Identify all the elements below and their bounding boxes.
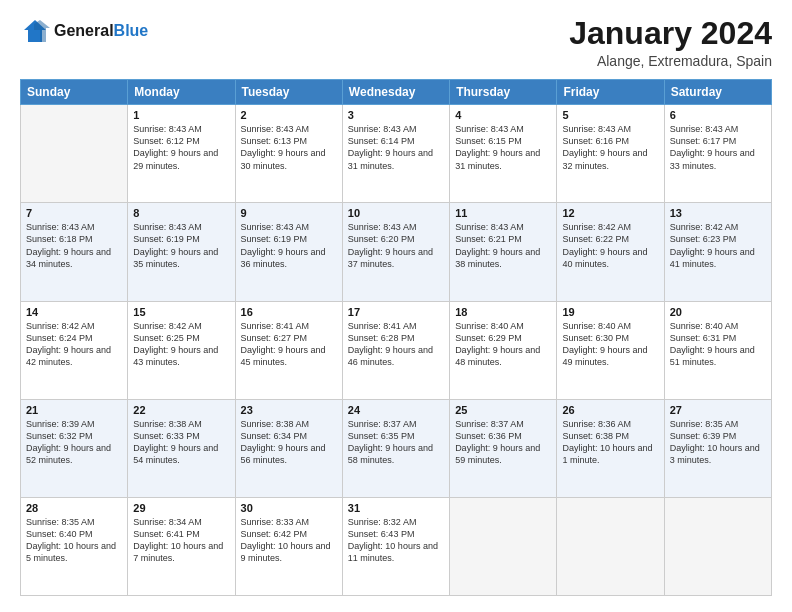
day-cell: 23 Sunrise: 8:38 AM Sunset: 6:34 PM Dayl…	[235, 399, 342, 497]
header-monday: Monday	[128, 80, 235, 105]
calendar-subtitle: Alange, Extremadura, Spain	[569, 53, 772, 69]
day-cell: 1 Sunrise: 8:43 AM Sunset: 6:12 PM Dayli…	[128, 105, 235, 203]
day-cell: 28 Sunrise: 8:35 AM Sunset: 6:40 PM Dayl…	[21, 497, 128, 595]
day-number: 16	[241, 306, 337, 318]
day-number: 1	[133, 109, 229, 121]
day-cell	[450, 497, 557, 595]
day-info: Sunrise: 8:42 AM Sunset: 6:22 PM Dayligh…	[562, 221, 658, 270]
calendar-body: 1 Sunrise: 8:43 AM Sunset: 6:12 PM Dayli…	[21, 105, 772, 596]
day-cell: 18 Sunrise: 8:40 AM Sunset: 6:29 PM Dayl…	[450, 301, 557, 399]
logo-text: GeneralBlue	[54, 22, 148, 40]
day-cell: 21 Sunrise: 8:39 AM Sunset: 6:32 PM Dayl…	[21, 399, 128, 497]
day-number: 26	[562, 404, 658, 416]
header-friday: Friday	[557, 80, 664, 105]
day-number: 29	[133, 502, 229, 514]
calendar-table: Sunday Monday Tuesday Wednesday Thursday…	[20, 79, 772, 596]
day-cell: 12 Sunrise: 8:42 AM Sunset: 6:22 PM Dayl…	[557, 203, 664, 301]
day-number: 21	[26, 404, 122, 416]
day-number: 4	[455, 109, 551, 121]
day-info: Sunrise: 8:43 AM Sunset: 6:17 PM Dayligh…	[670, 123, 766, 172]
day-cell	[557, 497, 664, 595]
day-cell: 11 Sunrise: 8:43 AM Sunset: 6:21 PM Dayl…	[450, 203, 557, 301]
day-info: Sunrise: 8:43 AM Sunset: 6:14 PM Dayligh…	[348, 123, 444, 172]
day-cell: 4 Sunrise: 8:43 AM Sunset: 6:15 PM Dayli…	[450, 105, 557, 203]
day-cell: 22 Sunrise: 8:38 AM Sunset: 6:33 PM Dayl…	[128, 399, 235, 497]
logo-icon	[20, 16, 50, 46]
week-row-3: 14 Sunrise: 8:42 AM Sunset: 6:24 PM Dayl…	[21, 301, 772, 399]
day-info: Sunrise: 8:35 AM Sunset: 6:39 PM Dayligh…	[670, 418, 766, 467]
day-info: Sunrise: 8:37 AM Sunset: 6:35 PM Dayligh…	[348, 418, 444, 467]
day-number: 19	[562, 306, 658, 318]
day-number: 5	[562, 109, 658, 121]
day-info: Sunrise: 8:43 AM Sunset: 6:20 PM Dayligh…	[348, 221, 444, 270]
header-wednesday: Wednesday	[342, 80, 449, 105]
header: GeneralBlue January 2024 Alange, Extrema…	[20, 16, 772, 69]
day-info: Sunrise: 8:39 AM Sunset: 6:32 PM Dayligh…	[26, 418, 122, 467]
day-number: 7	[26, 207, 122, 219]
day-info: Sunrise: 8:34 AM Sunset: 6:41 PM Dayligh…	[133, 516, 229, 565]
header-tuesday: Tuesday	[235, 80, 342, 105]
day-number: 24	[348, 404, 444, 416]
day-number: 23	[241, 404, 337, 416]
day-number: 22	[133, 404, 229, 416]
day-info: Sunrise: 8:42 AM Sunset: 6:25 PM Dayligh…	[133, 320, 229, 369]
page: GeneralBlue January 2024 Alange, Extrema…	[0, 0, 792, 612]
week-row-2: 7 Sunrise: 8:43 AM Sunset: 6:18 PM Dayli…	[21, 203, 772, 301]
day-number: 31	[348, 502, 444, 514]
day-cell: 3 Sunrise: 8:43 AM Sunset: 6:14 PM Dayli…	[342, 105, 449, 203]
day-cell: 16 Sunrise: 8:41 AM Sunset: 6:27 PM Dayl…	[235, 301, 342, 399]
day-info: Sunrise: 8:43 AM Sunset: 6:19 PM Dayligh…	[133, 221, 229, 270]
day-cell: 10 Sunrise: 8:43 AM Sunset: 6:20 PM Dayl…	[342, 203, 449, 301]
weekday-header-row: Sunday Monday Tuesday Wednesday Thursday…	[21, 80, 772, 105]
day-info: Sunrise: 8:43 AM Sunset: 6:19 PM Dayligh…	[241, 221, 337, 270]
day-cell: 30 Sunrise: 8:33 AM Sunset: 6:42 PM Dayl…	[235, 497, 342, 595]
day-info: Sunrise: 8:43 AM Sunset: 6:18 PM Dayligh…	[26, 221, 122, 270]
day-cell: 17 Sunrise: 8:41 AM Sunset: 6:28 PM Dayl…	[342, 301, 449, 399]
day-number: 11	[455, 207, 551, 219]
day-number: 25	[455, 404, 551, 416]
day-number: 15	[133, 306, 229, 318]
day-info: Sunrise: 8:32 AM Sunset: 6:43 PM Dayligh…	[348, 516, 444, 565]
day-cell: 20 Sunrise: 8:40 AM Sunset: 6:31 PM Dayl…	[664, 301, 771, 399]
day-number: 18	[455, 306, 551, 318]
title-block: January 2024 Alange, Extremadura, Spain	[569, 16, 772, 69]
day-info: Sunrise: 8:40 AM Sunset: 6:29 PM Dayligh…	[455, 320, 551, 369]
day-cell: 19 Sunrise: 8:40 AM Sunset: 6:30 PM Dayl…	[557, 301, 664, 399]
day-cell: 2 Sunrise: 8:43 AM Sunset: 6:13 PM Dayli…	[235, 105, 342, 203]
day-info: Sunrise: 8:41 AM Sunset: 6:28 PM Dayligh…	[348, 320, 444, 369]
header-saturday: Saturday	[664, 80, 771, 105]
day-number: 8	[133, 207, 229, 219]
day-number: 9	[241, 207, 337, 219]
day-cell: 6 Sunrise: 8:43 AM Sunset: 6:17 PM Dayli…	[664, 105, 771, 203]
day-number: 17	[348, 306, 444, 318]
day-number: 12	[562, 207, 658, 219]
day-number: 13	[670, 207, 766, 219]
day-info: Sunrise: 8:40 AM Sunset: 6:31 PM Dayligh…	[670, 320, 766, 369]
day-info: Sunrise: 8:43 AM Sunset: 6:12 PM Dayligh…	[133, 123, 229, 172]
day-cell	[21, 105, 128, 203]
day-info: Sunrise: 8:42 AM Sunset: 6:23 PM Dayligh…	[670, 221, 766, 270]
day-info: Sunrise: 8:43 AM Sunset: 6:16 PM Dayligh…	[562, 123, 658, 172]
day-info: Sunrise: 8:36 AM Sunset: 6:38 PM Dayligh…	[562, 418, 658, 467]
week-row-4: 21 Sunrise: 8:39 AM Sunset: 6:32 PM Dayl…	[21, 399, 772, 497]
day-info: Sunrise: 8:42 AM Sunset: 6:24 PM Dayligh…	[26, 320, 122, 369]
day-info: Sunrise: 8:38 AM Sunset: 6:33 PM Dayligh…	[133, 418, 229, 467]
day-cell: 7 Sunrise: 8:43 AM Sunset: 6:18 PM Dayli…	[21, 203, 128, 301]
day-info: Sunrise: 8:43 AM Sunset: 6:15 PM Dayligh…	[455, 123, 551, 172]
logo: GeneralBlue	[20, 16, 148, 46]
day-cell: 27 Sunrise: 8:35 AM Sunset: 6:39 PM Dayl…	[664, 399, 771, 497]
day-cell: 29 Sunrise: 8:34 AM Sunset: 6:41 PM Dayl…	[128, 497, 235, 595]
day-info: Sunrise: 8:41 AM Sunset: 6:27 PM Dayligh…	[241, 320, 337, 369]
day-cell: 15 Sunrise: 8:42 AM Sunset: 6:25 PM Dayl…	[128, 301, 235, 399]
week-row-5: 28 Sunrise: 8:35 AM Sunset: 6:40 PM Dayl…	[21, 497, 772, 595]
header-sunday: Sunday	[21, 80, 128, 105]
day-cell: 13 Sunrise: 8:42 AM Sunset: 6:23 PM Dayl…	[664, 203, 771, 301]
day-cell: 25 Sunrise: 8:37 AM Sunset: 6:36 PM Dayl…	[450, 399, 557, 497]
day-info: Sunrise: 8:43 AM Sunset: 6:13 PM Dayligh…	[241, 123, 337, 172]
day-cell: 31 Sunrise: 8:32 AM Sunset: 6:43 PM Dayl…	[342, 497, 449, 595]
day-cell: 9 Sunrise: 8:43 AM Sunset: 6:19 PM Dayli…	[235, 203, 342, 301]
day-cell: 26 Sunrise: 8:36 AM Sunset: 6:38 PM Dayl…	[557, 399, 664, 497]
day-number: 30	[241, 502, 337, 514]
day-number: 14	[26, 306, 122, 318]
day-number: 27	[670, 404, 766, 416]
